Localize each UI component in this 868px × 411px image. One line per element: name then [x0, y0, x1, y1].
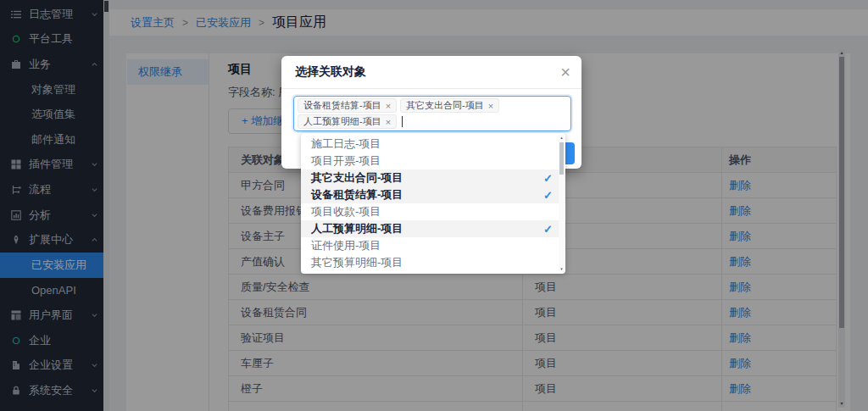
relation-options-dropdown: 施工日志-项目项目开票-项目其它支出合同-项目✓设备租赁结算-项目✓项目收款-项…	[301, 133, 565, 274]
dropdown-option[interactable]: 项目收款-项目	[301, 203, 565, 220]
check-icon: ✓	[543, 223, 553, 236]
option-label: 项目开票-项目	[311, 153, 381, 169]
check-icon: ✓	[543, 172, 553, 185]
scroll-up-icon[interactable]: ▴	[559, 135, 565, 141]
dropdown-option[interactable]: 证件使用-项目	[301, 237, 565, 254]
option-label: 项目收款-项目	[311, 204, 381, 219]
option-label: 人工预算明细-项目	[311, 221, 403, 236]
dropdown-option[interactable]: 设备租赁结算-项目✓	[301, 186, 565, 203]
dropdown-option[interactable]: 其它预算明细-项目	[301, 254, 565, 271]
selected-tag: 人工预算明细-项目×	[298, 114, 397, 129]
tag-label: 设备租赁结算-项目	[303, 99, 381, 112]
option-label: 证件使用-项目	[311, 238, 381, 253]
option-label: 其它预算明细-项目	[311, 255, 403, 270]
text-caret	[402, 116, 403, 127]
option-label: 施工日志-项目	[311, 136, 381, 152]
dropdown-option[interactable]: 人工预算明细-项目✓	[301, 220, 565, 237]
dropdown-option[interactable]: 其它支出合同-项目✓	[301, 169, 565, 186]
dropdown-scrollbar-thumb[interactable]	[559, 142, 564, 175]
scroll-down-icon[interactable]: ▾	[559, 266, 565, 272]
selected-tag: 设备租赁结算-项目×	[298, 98, 397, 113]
close-icon[interactable]: ×	[560, 63, 570, 81]
remove-tag-icon[interactable]: ×	[386, 101, 391, 111]
tag-label: 人工预算明细-项目	[303, 115, 381, 128]
check-icon: ✓	[543, 189, 553, 202]
option-label: 设备租赁结算-项目	[311, 187, 403, 203]
selected-tag: 其它支出合同-项目×	[400, 98, 499, 113]
remove-tag-icon[interactable]: ×	[386, 117, 391, 127]
option-label: 其它支出合同-项目	[311, 170, 403, 186]
remove-tag-icon[interactable]: ×	[488, 101, 493, 111]
tag-label: 其它支出合同-项目	[406, 99, 484, 112]
modal-header: 选择关联对象	[281, 56, 581, 89]
dropdown-scrollbar[interactable]: ▴ ▾	[559, 135, 565, 272]
dropdown-option[interactable]: 项目开票-项目	[301, 153, 565, 169]
relation-multiselect-input[interactable]: 设备租赁结算-项目×其它支出合同-项目×人工预算明细-项目×	[293, 96, 571, 131]
dropdown-option[interactable]: 施工日志-项目	[301, 136, 565, 153]
modal-title: 选择关联对象	[295, 64, 366, 80]
